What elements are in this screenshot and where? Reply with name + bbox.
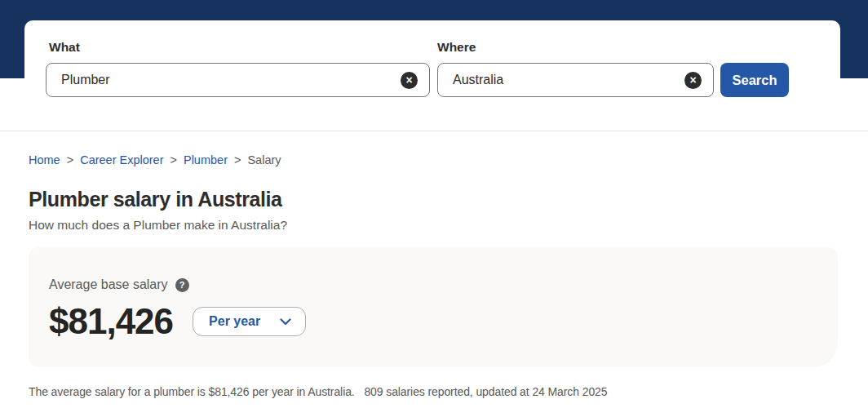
header-divider [0,131,868,131]
search-panel: What × Where × Search [24,20,840,115]
breadcrumb-plumber[interactable]: Plumber [184,153,228,167]
average-base-salary-label: Average base salary [49,277,168,293]
page: What × Where × Search Home > Career Expl… [0,0,868,417]
clear-what-button[interactable]: × [401,72,418,89]
breadcrumb-home[interactable]: Home [29,153,60,167]
breadcrumb-separator: > [170,153,177,167]
what-input-field[interactable] [50,73,401,87]
search-button[interactable]: Search [720,63,789,97]
question-mark-glyph: ? [179,281,185,290]
breadcrumb-separator: > [67,153,73,167]
pay-period-dropdown[interactable]: Per year [193,307,306,336]
where-label: Where [437,40,476,55]
average-salary-card: Average base salary ? $81,426 Per year [29,247,838,367]
pay-period-value: Per year [209,314,260,329]
salary-label-row: Average base salary ? [49,277,838,293]
breadcrumb-separator: > [234,153,241,167]
page-subtitle: How much does a Plumber make in Australi… [29,218,838,233]
main-content: Home > Career Explorer > Plumber > Salar… [29,153,838,399]
where-input[interactable]: × [437,63,714,97]
page-title: Plumber salary in Australia [29,187,838,211]
clear-icon: × [405,74,412,86]
salary-summary: The average salary for a plumber is $81,… [29,385,838,399]
help-icon[interactable]: ? [175,278,189,292]
chevron-down-icon [280,318,291,326]
where-input-field[interactable] [441,73,684,87]
breadcrumb-current: Salary [247,153,281,167]
salary-amount: $81,426 [49,304,173,339]
breadcrumb-career-explorer[interactable]: Career Explorer [80,153,163,167]
clear-where-button[interactable]: × [684,72,702,89]
what-label: What [49,40,80,55]
clear-icon: × [689,74,696,86]
salary-summary-sentence: The average salary for a plumber is $81,… [29,385,355,398]
salary-amount-row: $81,426 Per year [49,304,838,339]
what-input[interactable]: × [46,63,430,97]
breadcrumb: Home > Career Explorer > Plumber > Salar… [29,153,838,167]
salaries-reported-text: 809 salaries reported, updated at 24 Mar… [364,385,607,398]
